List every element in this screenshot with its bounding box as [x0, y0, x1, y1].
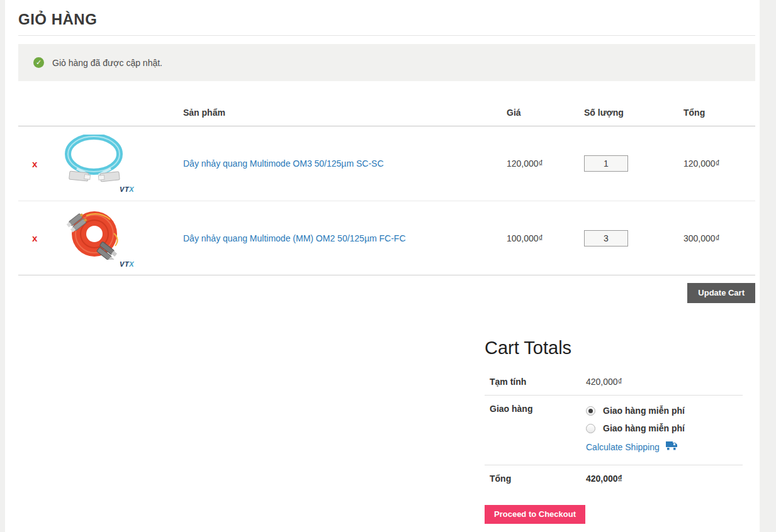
shipping-option-1: Giao hàng miễn phí — [586, 404, 743, 418]
subtotal-value: 420,000₫ — [586, 377, 743, 387]
calculate-shipping-link[interactable]: Calculate Shipping — [586, 442, 660, 452]
shipping-radio[interactable] — [586, 406, 595, 416]
subtotal-label: Tạm tính — [490, 377, 586, 387]
shipping-option-label: Giao hàng miễn phí — [603, 423, 685, 433]
truck-icon — [666, 441, 678, 452]
total-value: 420,000₫ — [586, 474, 743, 484]
product-image-cyan-cable[interactable]: VTX — [61, 135, 137, 193]
remove-item-button[interactable]: x — [18, 233, 52, 243]
product-thumbnail-cell: VTX — [52, 208, 170, 268]
product-thumbnail-cell: VTX — [52, 135, 170, 193]
cart-page: GIỎ HÀNG ✓ Giỏ hàng đã được cập nhật. Sả… — [5, 0, 760, 532]
vtx-brand-logo: VTX — [61, 186, 137, 193]
product-price: 120,000₫ — [493, 158, 571, 169]
update-cart-row: Update Cart — [18, 283, 755, 303]
shipping-options: Giao hàng miễn phí Giao hàng miễn phí Ca… — [586, 404, 743, 452]
grand-total-row: Tổng 420,000₫ — [485, 465, 743, 492]
total-label: Tổng — [490, 474, 586, 484]
subtotal-row: Tạm tính 420,000₫ — [485, 369, 743, 396]
product-price: 100,000₫ — [493, 233, 571, 243]
line-total: 120,000₫ — [670, 158, 755, 169]
calculate-shipping-row: Calculate Shipping — [586, 441, 743, 452]
red-cable-illustration — [61, 208, 130, 260]
product-name-cell: Dây nhảy quang Multimode OM3 50/125µm SC… — [170, 158, 493, 169]
success-check-icon: ✓ — [33, 57, 44, 68]
shipping-option-2: Giao hàng miễn phí — [586, 421, 743, 435]
alert-message: Giỏ hàng đã được cập nhật. — [52, 58, 162, 68]
cart-table: Sản phẩm Giá Số lượng Tổng x — [18, 81, 755, 275]
proceed-to-checkout-button[interactable]: Proceed to Checkout — [485, 505, 585, 524]
quantity-cell — [571, 155, 670, 172]
header-total: Tổng — [670, 108, 755, 126]
header-thumbnail — [52, 118, 170, 126]
shipping-label: Giao hàng — [490, 404, 586, 452]
shipping-row: Giao hàng Giao hàng miễn phí Giao hàng m… — [485, 396, 743, 465]
product-link[interactable]: Dây nhảy quang Multimode (MM) OM2 50/125… — [183, 233, 406, 243]
vtx-brand-logo: VTX — [61, 260, 137, 268]
header-product: Sản phẩm — [170, 108, 493, 126]
shipping-radio[interactable] — [586, 424, 595, 433]
header-quantity: Số lượng — [571, 108, 670, 126]
cart-totals-panel: Cart Totals Tạm tính 420,000₫ Giao hàng … — [485, 338, 743, 524]
cart-table-header: Sản phẩm Giá Số lượng Tổng — [18, 81, 755, 126]
shipping-option-label: Giao hàng miễn phí — [603, 406, 685, 416]
quantity-input[interactable] — [584, 230, 628, 247]
line-total: 300,000₫ — [670, 233, 755, 243]
product-link[interactable]: Dây nhảy quang Multimode OM3 50/125µm SC… — [183, 158, 384, 169]
header-remove — [18, 118, 52, 126]
product-name-cell: Dây nhảy quang Multimode (MM) OM2 50/125… — [170, 233, 493, 243]
cyan-cable-illustration — [61, 135, 130, 185]
header-price: Giá — [493, 108, 571, 126]
cart-updated-alert: ✓ Giỏ hàng đã được cập nhật. — [18, 44, 755, 81]
cart-row-om2-fc-fc: x — [18, 201, 755, 275]
remove-item-button[interactable]: x — [18, 159, 52, 169]
page-title: GIỎ HÀNG — [18, 0, 755, 36]
product-image-red-cable[interactable]: VTX — [61, 208, 137, 268]
cart-row-om3-sc-sc: x — [18, 126, 755, 201]
quantity-cell — [571, 230, 670, 247]
update-cart-button[interactable]: Update Cart — [687, 283, 755, 303]
quantity-input[interactable] — [584, 155, 628, 172]
cart-totals-title: Cart Totals — [485, 338, 743, 358]
